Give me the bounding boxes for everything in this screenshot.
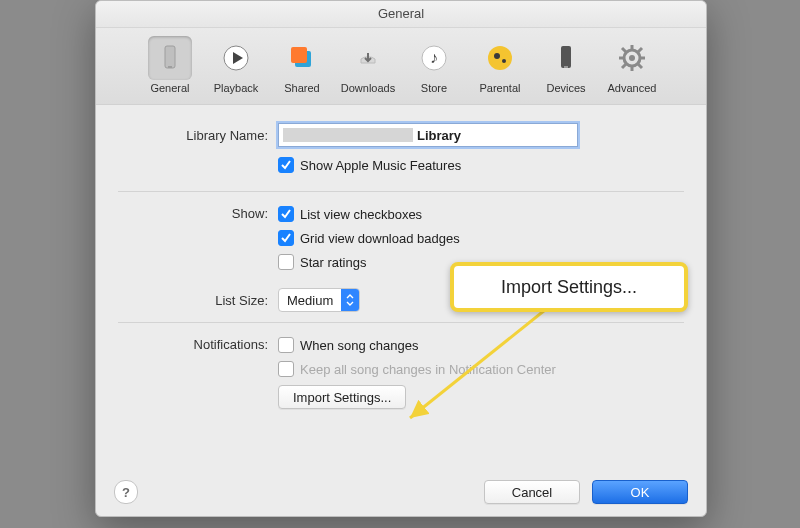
checkbox-icon (278, 337, 294, 353)
redacted-text (283, 128, 413, 142)
svg-line-19 (638, 64, 642, 68)
callout-import-settings: Import Settings... (450, 262, 688, 312)
svg-rect-0 (165, 46, 175, 68)
tab-devices[interactable]: Devices (535, 36, 597, 94)
svg-line-21 (622, 64, 626, 68)
gear-icon (610, 36, 654, 80)
svg-rect-1 (168, 66, 172, 68)
svg-rect-11 (561, 46, 571, 68)
import-settings-button[interactable]: Import Settings... (278, 385, 406, 409)
general-icon (148, 36, 192, 80)
checkbox-keep-changes: Keep all song changes in Notification Ce… (278, 361, 684, 377)
tab-store[interactable]: ♪ Store (403, 36, 465, 94)
checkbox-icon (278, 254, 294, 270)
shared-icon (280, 36, 324, 80)
svg-rect-12 (564, 66, 568, 68)
preferences-window: General General Playback Shared (95, 0, 707, 517)
list-size-select[interactable]: Medium (278, 288, 360, 312)
checkbox-list-view[interactable]: List view checkboxes (278, 206, 684, 222)
footer: ? Cancel OK (96, 480, 706, 504)
svg-line-18 (622, 48, 626, 52)
checkbox-icon (278, 206, 294, 222)
chevron-updown-icon (341, 289, 359, 311)
separator (118, 191, 684, 192)
checkbox-icon (278, 361, 294, 377)
cancel-button[interactable]: Cancel (484, 480, 580, 504)
help-button[interactable]: ? (114, 480, 138, 504)
devices-icon (544, 36, 588, 80)
checkbox-apple-music[interactable]: Show Apple Music Features (278, 157, 684, 173)
library-name-input[interactable]: Library (278, 123, 578, 147)
notifications-label: Notifications: (118, 337, 278, 352)
svg-point-8 (488, 46, 512, 70)
window-title: General (96, 1, 706, 28)
checkbox-song-changes[interactable]: When song changes (278, 337, 684, 353)
playback-icon (214, 36, 258, 80)
content: Library Name: Library Show Apple Music F… (96, 105, 706, 409)
separator (118, 322, 684, 323)
svg-point-10 (502, 59, 506, 63)
show-label: Show: (118, 206, 278, 221)
downloads-icon (346, 36, 390, 80)
svg-point-22 (629, 55, 635, 61)
list-size-label: List Size: (118, 293, 278, 308)
tab-playback[interactable]: Playback (205, 36, 267, 94)
checkbox-grid-badges[interactable]: Grid view download badges (278, 230, 684, 246)
svg-point-9 (494, 53, 500, 59)
tab-downloads[interactable]: Downloads (337, 36, 399, 94)
checkbox-icon (278, 230, 294, 246)
svg-text:♪: ♪ (430, 49, 438, 66)
store-icon: ♪ (412, 36, 456, 80)
ok-button[interactable]: OK (592, 480, 688, 504)
parental-icon (478, 36, 522, 80)
tab-parental[interactable]: Parental (469, 36, 531, 94)
library-name-label: Library Name: (118, 128, 278, 143)
checkbox-icon (278, 157, 294, 173)
svg-line-20 (638, 48, 642, 52)
svg-rect-5 (291, 47, 307, 63)
tab-advanced[interactable]: Advanced (601, 36, 663, 94)
tab-shared[interactable]: Shared (271, 36, 333, 94)
tab-general[interactable]: General (139, 36, 201, 94)
toolbar: General Playback Shared Downloads (96, 28, 706, 105)
library-name-suffix: Library (417, 128, 461, 143)
